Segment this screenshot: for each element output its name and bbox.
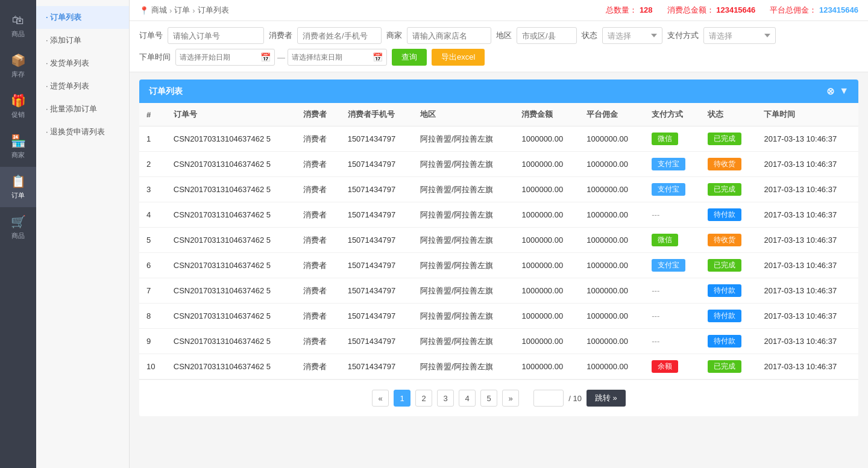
status-badge: 已完成 — [708, 360, 741, 373]
cell-payment: 支付宝 — [644, 253, 700, 278]
nav-return-list[interactable]: · 退换货申请列表 — [36, 120, 129, 143]
sidebar-item-goods[interactable]: 🛒 商品 — [0, 207, 36, 248]
cell-order-no: CSN20170313104637462 5 — [166, 354, 297, 379]
cell-amount: 1000000.00 — [514, 253, 579, 278]
query-button[interactable]: 查询 — [392, 49, 427, 66]
cell-status: 已完成 — [700, 354, 756, 379]
sidebar-item-product-label: 商品 — [11, 30, 25, 39]
end-date-input[interactable] — [292, 53, 370, 61]
sidebar-item-merchant[interactable]: 🏪 商家 — [0, 126, 36, 167]
col-amount: 消费金额 — [514, 103, 579, 126]
order-table: # 订单号 消费者 消费者手机号 地区 消费金额 平台佣金 支付方式 状态 下单… — [139, 103, 858, 379]
page-btn-5[interactable]: 5 — [480, 390, 497, 407]
export-button[interactable]: 导出excel — [432, 49, 485, 66]
merchant-icon: 🏪 — [11, 134, 26, 148]
cell-phone: 15071434797 — [341, 278, 414, 304]
cell-amount: 1000000.00 — [514, 354, 579, 379]
close-icon[interactable]: ⊗ — [826, 86, 834, 97]
table-row: 7 CSN20170313104637462 5 消费者 15071434797… — [139, 278, 858, 304]
cell-amount: 1000000.00 — [514, 177, 579, 202]
page-btn-1[interactable]: 1 — [394, 390, 410, 407]
cell-commission: 1000000.00 — [579, 228, 644, 253]
table-row: 2 CSN20170313104637462 5 消费者 15071434797… — [139, 152, 858, 177]
cell-region: 阿拉善盟/阿拉善左旗 — [413, 329, 514, 354]
breadcrumb-order: 订单 — [174, 5, 190, 16]
payment-dash: --- — [652, 311, 659, 320]
order-no-input[interactable] — [168, 27, 264, 44]
col-status: 状态 — [700, 103, 756, 126]
sidebar-item-inventory[interactable]: 📦 库存 — [0, 46, 36, 86]
order-icon: 📋 — [11, 174, 26, 189]
cell-consumer: 消费者 — [296, 329, 340, 354]
calendar-start-icon[interactable]: 📅 — [260, 52, 271, 62]
cell-status: 待付款 — [700, 329, 756, 354]
platform-commission-value: 123415646 — [819, 5, 858, 14]
end-date-wrap: 📅 — [288, 49, 387, 66]
cell-payment: --- — [644, 304, 700, 329]
cell-index: 2 — [139, 152, 166, 177]
page-btn-4[interactable]: 4 — [459, 390, 476, 407]
calendar-end-icon[interactable]: 📅 — [373, 52, 383, 62]
cell-index: 8 — [139, 304, 166, 329]
cell-region: 阿拉善盟/阿拉善左旗 — [413, 228, 514, 253]
breadcrumb-icon: 📍 — [139, 6, 149, 15]
payment-badge: 余额 — [652, 360, 678, 373]
prev-page-btn[interactable]: « — [372, 390, 389, 407]
page-btn-3[interactable]: 3 — [437, 390, 454, 407]
consumer-label: 消费者 — [269, 30, 292, 41]
cell-index: 10 — [139, 354, 166, 379]
cell-order-no: CSN20170313104637462 5 — [166, 278, 297, 304]
expand-icon[interactable]: ▼ — [839, 86, 849, 97]
cell-order-time: 2017-03-13 10:46:37 — [756, 278, 858, 304]
cell-phone: 15071434797 — [341, 253, 414, 278]
next-page-btn[interactable]: » — [502, 390, 519, 407]
jump-button[interactable]: 跳转 » — [587, 390, 626, 407]
filter-bar: 订单号 消费者 商家 地区 状态 请选择 已完成 待收货 待付款 支付方式 请选… — [130, 21, 868, 72]
page-btn-2[interactable]: 2 — [415, 390, 432, 407]
nav-batch-add[interactable]: · 批量添加订单 — [36, 98, 129, 120]
region-input[interactable] — [517, 27, 577, 44]
merchant-input[interactable] — [407, 27, 491, 44]
cell-phone: 15071434797 — [341, 177, 414, 202]
cell-index: 6 — [139, 253, 166, 278]
promotion-icon: 🎁 — [11, 93, 26, 108]
cell-order-time: 2017-03-13 10:46:37 — [756, 329, 858, 354]
nav-purchase-list[interactable]: · 进货单列表 — [36, 75, 129, 98]
cell-order-no: CSN20170313104637462 5 — [166, 126, 297, 152]
cell-consumer: 消费者 — [296, 354, 340, 379]
sidebar-item-inventory-label: 库存 — [11, 70, 25, 79]
cell-order-time: 2017-03-13 10:46:37 — [756, 126, 858, 152]
nav-delivery-list[interactable]: · 发货单列表 — [36, 52, 129, 75]
cell-consumer: 消费者 — [296, 126, 340, 152]
payment-select[interactable]: 请选择 微信 支付宝 余额 — [703, 27, 776, 44]
cell-consumer: 消费者 — [296, 278, 340, 304]
cell-commission: 1000000.00 — [579, 253, 644, 278]
sidebar-item-product[interactable]: 🛍 商品 — [0, 6, 36, 46]
cell-order-no: CSN20170313104637462 5 — [166, 177, 297, 202]
sidebar-item-order[interactable]: 📋 订单 — [0, 167, 36, 207]
cell-order-time: 2017-03-13 10:46:37 — [756, 152, 858, 177]
start-date-input[interactable] — [180, 53, 258, 61]
consumer-input[interactable] — [297, 27, 382, 44]
cell-phone: 15071434797 — [341, 152, 414, 177]
sidebar-item-promotion[interactable]: 🎁 促销 — [0, 86, 36, 126]
sidebar-item-merchant-label: 商家 — [11, 151, 25, 160]
cell-status: 待付款 — [700, 304, 756, 329]
region-label: 地区 — [496, 30, 512, 41]
cell-amount: 1000000.00 — [514, 329, 579, 354]
page-jump-input[interactable] — [533, 390, 564, 407]
table-row: 4 CSN20170313104637462 5 消费者 15071434797… — [139, 202, 858, 228]
payment-dash: --- — [652, 210, 659, 219]
cell-region: 阿拉善盟/阿拉善左旗 — [413, 152, 514, 177]
cell-commission: 1000000.00 — [579, 126, 644, 152]
nav-order-list[interactable]: · 订单列表 — [36, 6, 129, 29]
status-select[interactable]: 请选择 已完成 待收货 待付款 — [602, 27, 662, 44]
cell-order-no: CSN20170313104637462 5 — [166, 304, 297, 329]
status-badge: 待付款 — [708, 284, 741, 297]
nav-add-order[interactable]: · 添加订单 — [36, 29, 129, 52]
payment-badge: 微信 — [652, 234, 678, 246]
secondary-sidebar: · 订单列表 · 添加订单 · 发货单列表 · 进货单列表 · 批量添加订单 ·… — [36, 0, 130, 468]
col-payment: 支付方式 — [644, 103, 700, 126]
cell-status: 已完成 — [700, 253, 756, 278]
cell-order-time: 2017-03-13 10:46:37 — [756, 202, 858, 228]
